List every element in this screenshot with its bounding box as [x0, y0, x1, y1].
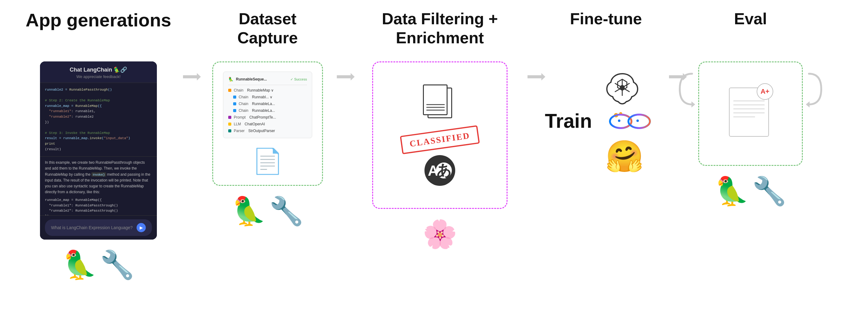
col-finetune: Fine-tune Train	[548, 9, 664, 174]
app-mockup-header: Chat LangChain 🦜🔗 We appreciate feedback…	[40, 62, 157, 83]
svg-point-11	[618, 119, 620, 122]
parrot-emoji: 🦜	[62, 249, 97, 281]
col-dataset: DatasetCapture 🦜 RunnableSeque... ✓ Succ…	[203, 9, 332, 227]
filtering-header: Data Filtering +Enrichment	[382, 9, 498, 49]
translate-icon: A あ	[425, 155, 455, 186]
col-app-gen: App generations Chat LangChain 🦜🔗 We app…	[19, 9, 178, 281]
eval-tools-emoji: 🔧	[752, 175, 786, 207]
huggingface-logo: 🤗	[605, 138, 644, 174]
trace-row-6: LLM ChatOpenAI	[228, 121, 307, 128]
dataset-header: DatasetCapture	[238, 9, 298, 49]
app-subtitle: We appreciate feedback!	[46, 74, 151, 79]
svg-marker-2	[527, 73, 545, 80]
right-arrow-2	[334, 71, 355, 83]
tools-emoji: 🔧	[100, 249, 134, 281]
finetune-header: Fine-tune	[570, 9, 642, 49]
openai-logo	[605, 71, 639, 104]
right-curved-arrow	[806, 71, 824, 107]
app-mockup: Chat LangChain 🦜🔗 We appreciate feedback…	[40, 62, 157, 240]
eval-header: Eval	[734, 9, 767, 49]
eval-emojis: 🦜 🔧	[714, 175, 786, 207]
grade-paper: A+	[729, 88, 772, 140]
app-code: runnable2 = RunnablePassthrough() # Step…	[40, 83, 157, 156]
train-label: Train	[545, 110, 592, 132]
app-gen-header: App generations	[26, 9, 171, 49]
trace-row-7: Parser StrOutputParser	[228, 128, 307, 134]
eval-box: A+	[698, 62, 803, 166]
app-input[interactable]: What is LangChain Expression Language? ▶	[45, 219, 152, 236]
arrow-3	[523, 71, 548, 83]
document-icon: 📄	[252, 147, 283, 176]
svg-marker-0	[183, 73, 201, 80]
finetune-content: Train	[545, 68, 667, 174]
arrow-1	[178, 71, 203, 83]
dataset-box: 🦜 RunnableSeque... ✓ Success Chain Runna…	[212, 62, 323, 186]
trace-row-5: Prompt ChatPromptTe...	[228, 114, 307, 121]
svg-marker-17	[806, 101, 810, 107]
trace-row-4: Chain RunnableLa...	[228, 107, 307, 114]
filtering-box: CLASSIFIED A あ	[372, 62, 507, 209]
svg-point-12	[637, 119, 639, 122]
send-button[interactable]: ▶	[136, 223, 146, 232]
trace-mockup: 🦜 RunnableSeque... ✓ Success Chain Runna…	[223, 72, 312, 138]
main-container: App generations Chat LangChain 🦜🔗 We app…	[0, 0, 868, 309]
arrow-2	[332, 71, 357, 83]
col-eval: Eval A+	[689, 9, 812, 207]
dataset-parrot-emoji: 🦜	[231, 195, 266, 227]
trace-row-2: Chain Runnabl... ∨	[228, 94, 307, 100]
meta-logo	[605, 111, 667, 132]
left-curved-arrow	[677, 71, 695, 107]
trace-row-3: Chain RunnableLa...	[228, 100, 307, 107]
trace-row-1: Chain RunnableMap ∨	[228, 87, 307, 94]
model-logos: 🤗	[605, 71, 667, 174]
dataset-emojis: 🦜 🔧	[231, 195, 304, 227]
svg-marker-1	[337, 73, 354, 80]
app-title: Chat LangChain 🦜🔗	[46, 66, 151, 73]
app-footer: What is LangChain Expression Language? ▶	[40, 215, 157, 240]
eval-parrot-emoji: 🦜	[714, 175, 749, 207]
right-arrow-1	[180, 71, 202, 83]
trace-header-row: 🦜 RunnableSeque... ✓ Success	[228, 75, 307, 83]
classified-stamp: CLASSIFIED	[400, 125, 480, 154]
col-filtering: Data Filtering +Enrichment CLASSIFIED A …	[357, 9, 523, 250]
app-gen-emojis: 🦜 🔧	[62, 249, 134, 281]
filtering-emoji: 🌸	[423, 218, 457, 250]
file-copy-icon	[422, 84, 458, 125]
dataset-tools-emoji: 🔧	[269, 195, 304, 227]
right-arrow-3	[524, 71, 546, 83]
svg-marker-16	[691, 101, 695, 107]
